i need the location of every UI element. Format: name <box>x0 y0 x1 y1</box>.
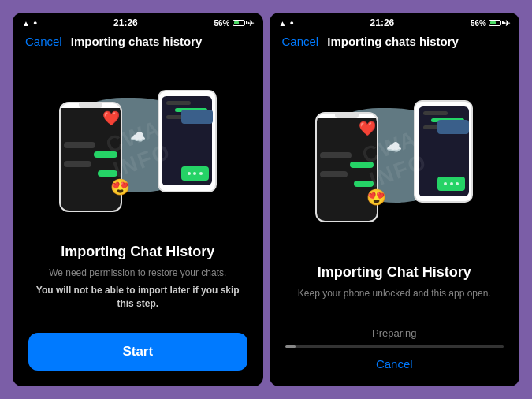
left-bottom-area: Start <box>13 323 263 386</box>
left-float-heart: ❤️ <box>102 110 120 127</box>
left-chat-bubble-4 <box>98 170 117 177</box>
right-bottom-area: Preparing Cancel <box>270 318 520 386</box>
right-cancel-progress-button[interactable]: Cancel <box>376 357 413 371</box>
left-float-bubble-blue <box>181 110 213 124</box>
left-float-emoji: 😍 <box>110 177 130 196</box>
right-chat-bubble-3 <box>320 171 348 177</box>
start-button[interactable]: Start <box>28 333 247 371</box>
left-phone-illustration: ❤️ 😍 ☁️ <box>51 86 225 212</box>
left-device-panel: ▲ ● 21:26 56% ✈ Cancel Importing chats h… <box>13 13 263 386</box>
left-battery-body <box>233 20 245 26</box>
left-content-desc: We need permission to restore your chats… <box>28 267 247 280</box>
right-float-heart: ❤️ <box>359 120 376 137</box>
left-signal-icon: ● <box>33 19 37 27</box>
left-wifi-icon: ▲ <box>22 19 30 28</box>
left-status-right: 56% ✈ <box>214 19 253 28</box>
left-battery-icon <box>233 20 245 26</box>
right-chat-bubble-4 <box>354 181 374 187</box>
right-dot-2 <box>450 182 453 185</box>
left-chat-bubble-2 <box>94 151 117 158</box>
right-status-right: 56% ✈ <box>471 19 510 28</box>
right-phone-illustration: ❤️ 😍 ☁️ <box>307 96 481 222</box>
right-nav-title: Importing chats history <box>327 35 459 48</box>
left-nav-bar: Cancel Importing chats history <box>13 32 263 54</box>
left-dot-3 <box>199 172 203 175</box>
left-float-cloud: ☁️ <box>130 129 146 144</box>
right-chat-bubble-2 <box>350 162 374 168</box>
left-battery-fill <box>234 21 240 24</box>
right-progress-area: Preparing Cancel <box>285 327 504 371</box>
right-status-bar: ▲ ● 21:26 56% ✈ <box>270 13 520 32</box>
right-time: 21:26 <box>370 17 395 28</box>
left-content-area: Importing Chat History We need permissio… <box>13 244 263 323</box>
right-wifi-icon: ▲ <box>279 19 287 28</box>
left-battery-pct: 56% <box>214 19 229 28</box>
left-status-left: ▲ ● <box>22 19 37 28</box>
right-progress-bar-container <box>285 345 504 348</box>
right-airplane-icon: ✈ <box>504 19 510 28</box>
right-battery-body <box>489 20 501 26</box>
right-signal-icon: ● <box>289 19 293 27</box>
left-chat-bubble-3 <box>64 161 91 167</box>
right-float-cloud: ☁️ <box>386 140 402 155</box>
left-dot-2 <box>193 172 196 175</box>
right-progress-bar-fill <box>285 345 296 348</box>
left-airplane-icon: ✈ <box>247 19 254 28</box>
right-dot-1 <box>444 182 447 185</box>
right-content-desc: Keep your phone unlocked and this app op… <box>285 287 504 300</box>
right-float-dots-green <box>437 177 465 191</box>
right-cancel-button[interactable]: Cancel <box>282 35 319 48</box>
right-battery-pct: 56% <box>471 19 486 28</box>
left-dot-1 <box>188 172 191 175</box>
right-content-title: Importing Chat History <box>285 264 504 281</box>
left-content-warning: You will not be able to import later if … <box>28 284 247 311</box>
right-float-bubble-blue <box>437 120 469 134</box>
devices-container: ▲ ● 21:26 56% ✈ Cancel Importing chats h… <box>13 13 519 386</box>
left-illustration-area: ❤️ 😍 ☁️ CWAINFO <box>13 54 263 244</box>
right-illustration-area: ❤️ 😍 ☁️ CWAINFO <box>270 54 520 264</box>
right-chat-bubble-1 <box>320 152 352 158</box>
right-device-panel: ▲ ● 21:26 56% ✈ Cancel Importing chats h… <box>270 13 520 386</box>
left-float-dots-green <box>181 166 209 181</box>
left-content-title: Importing Chat History <box>28 244 247 260</box>
left-chat-bubble-1 <box>64 142 95 148</box>
left-nav-title: Importing chats history <box>71 35 203 48</box>
left-status-bar: ▲ ● 21:26 56% ✈ <box>13 13 263 32</box>
left-time: 21:26 <box>113 17 138 28</box>
left-cancel-button[interactable]: Cancel <box>25 35 62 48</box>
right-nav-bar: Cancel Importing chats history <box>270 32 520 54</box>
right-battery-fill <box>490 21 496 24</box>
right-battery-icon <box>489 20 501 26</box>
right-status-left: ▲ ● <box>279 19 294 28</box>
right-float-emoji: 😍 <box>366 188 386 207</box>
right-content-area: Importing Chat History Keep your phone u… <box>270 264 520 318</box>
right-dot-3 <box>456 182 459 185</box>
right-progress-label: Preparing <box>372 327 416 339</box>
